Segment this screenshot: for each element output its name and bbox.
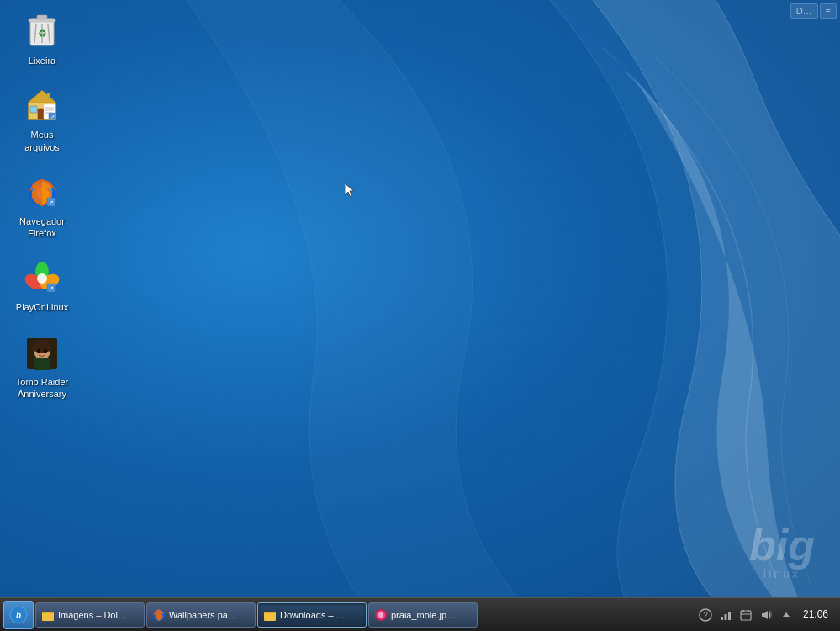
tray-chevron-up-icon[interactable] [778,607,795,623]
svg-text:↗: ↗ [50,114,55,119]
folder-downloads-icon [263,608,277,622]
svg-point-26 [37,273,47,284]
taskbar-clock[interactable]: 21:06 [798,608,833,622]
branding: big linux [749,523,815,581]
desktop-icons: ♻ Lixeira [8,8,76,403]
svg-rect-11 [30,106,37,113]
svg-text:↗: ↗ [49,285,54,291]
svg-rect-47 [721,617,723,620]
svg-point-35 [44,348,47,353]
taskbar-btn-wallpapers[interactable]: Wallpapers pa… [146,602,256,628]
tray-question-icon[interactable]: ? [697,607,714,623]
big-linux-start-icon: b [8,605,29,625]
taskbar-btn-praia[interactable]: praia_mole.jp… [368,602,478,628]
meus-arquivos-label: Meusarquivos [24,129,60,153]
meus-arquivos-icon-img: ↗ [22,86,62,126]
desktop-icon-firefox[interactable]: ↗ NavegadorFirefox [8,169,76,243]
desktop: D… ≡ ♻ Lixeira [0,0,840,631]
desktop-icon-playonlinux[interactable]: ↗ PlayOnLinux [8,255,76,316]
playonlinux-icon-img: ↗ [22,258,62,299]
svg-text:b: b [16,611,21,620]
taskbar-btn-files[interactable]: Imagens – Dol… [35,602,145,628]
svg-rect-2 [37,15,47,19]
playonlinux-label: PlayOnLinux [16,301,68,313]
lixeira-label: Lixeira [29,55,55,66]
taskbar-btn-praia-label: praia_mole.jp… [391,610,456,620]
tray-volume-icon[interactable] [758,607,774,623]
desktop-icon-tomb-raider[interactable]: Tomb RaiderAnniversary [8,330,76,404]
svg-rect-49 [728,612,731,620]
taskbar-start-button[interactable]: b [3,601,34,629]
taskbar-btn-files-label: Imagens – Dol… [58,610,127,620]
svg-rect-48 [724,614,726,620]
tomb-raider-label: Tomb RaiderAnniversary [16,376,68,400]
branding-sub-text: linux [763,567,800,581]
svg-rect-41 [264,612,276,621]
tray-calendar-icon[interactable] [737,607,754,623]
taskbar-btn-wallpapers-label: Wallpapers pa… [169,610,237,620]
svg-point-34 [37,348,40,353]
taskbar: b Imagens – Dol… Wallpapers pa… [0,597,840,631]
topright-menu-button[interactable]: ≡ [820,3,837,19]
folder-icon [41,608,55,622]
svg-rect-39 [42,612,54,621]
firefox-taskbar-icon [152,608,166,622]
svg-text:↗: ↗ [49,199,54,204]
svg-point-44 [378,612,383,618]
tomb-raider-icon-img [22,333,62,374]
svg-rect-50 [741,611,751,620]
svg-marker-55 [783,612,790,617]
desktop-icon-meus-arquivos[interactable]: ↗ Meusarquivos [8,82,76,156]
desktop-background [0,0,840,631]
tray-network-icon[interactable] [717,607,734,623]
svg-text:?: ? [703,611,708,620]
svg-text:♻: ♻ [38,28,47,40]
taskbar-btn-downloads[interactable]: Downloads – … [257,602,367,628]
svg-marker-54 [762,611,768,619]
taskbar-tray: ? [697,598,837,631]
svg-rect-10 [47,93,50,99]
firefox-icon-img: ↗ [22,172,62,213]
lixeira-icon-img: ♻ [22,12,62,52]
topright-button[interactable]: D… [790,3,818,19]
desktop-icon-lixeira[interactable]: ♻ Lixeira [8,8,76,70]
taskbar-btn-downloads-label: Downloads – … [280,610,346,620]
firefox-label: NavegadorFirefox [19,215,65,240]
branding-main-text: big [749,523,815,567]
svg-marker-8 [29,91,55,103]
topright-area: D… ≡ [790,3,837,19]
svg-point-32 [32,344,52,353]
svg-rect-33 [34,358,50,370]
image-viewer-icon [374,608,388,622]
